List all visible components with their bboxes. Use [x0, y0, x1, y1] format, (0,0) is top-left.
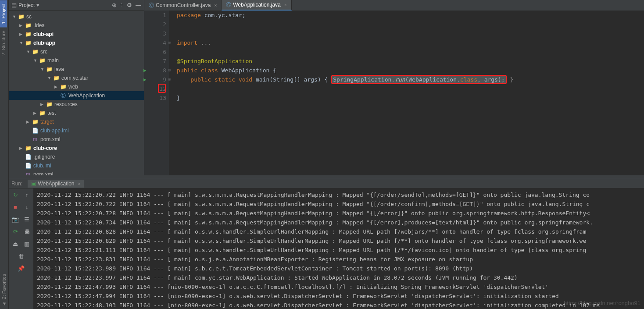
gutter-line[interactable]: 9▶⊞: [144, 75, 166, 84]
folder-icon: 📁: [25, 22, 32, 28]
editor-code[interactable]: package com.yc.star;import ...@SpringBoo…: [169, 11, 644, 175]
console-line: 2020-11-12 15:22:20.728 INFO 1164 --- [ …: [37, 209, 640, 218]
tree-item-label: club-core: [33, 145, 57, 151]
tree-item-label: resources: [54, 101, 78, 107]
tree-arrow[interactable]: ▼: [26, 50, 32, 54]
tree-arrow[interactable]: ▶: [54, 85, 60, 89]
code-line[interactable]: [177, 20, 644, 29]
code-line[interactable]: public class WebApplication {: [177, 66, 644, 75]
tree-arrow[interactable]: ▶: [40, 102, 46, 107]
tree-row[interactable]: ⒸWebApplication: [9, 91, 144, 100]
tree-row[interactable]: ▼📁sc: [9, 12, 144, 21]
tree-row[interactable]: ▶📁target: [9, 117, 144, 126]
run-line-icon[interactable]: ▶: [143, 66, 147, 75]
project-tree[interactable]: ▼📁sc▶📁.idea▶📁club-api▼📁club-app▼📁src▼📁ma…: [9, 11, 144, 175]
tree-row[interactable]: 📄.gitignore: [9, 153, 144, 161]
target-icon[interactable]: ⊕: [112, 2, 117, 8]
gear-icon[interactable]: ⚙: [127, 2, 132, 8]
editor-gutter[interactable]: 1234⊞678▶⊟9▶⊞1213: [144, 11, 169, 175]
tree-row[interactable]: 📄club-app.iml: [9, 126, 144, 135]
tree-row[interactable]: mpom.xml: [9, 135, 144, 144]
gutter-line[interactable]: 8▶⊟: [144, 66, 166, 75]
tree-arrow[interactable]: ▼: [19, 41, 25, 45]
tree-arrow[interactable]: ▼: [40, 67, 46, 71]
tree-row[interactable]: ▶📁resources: [9, 100, 144, 109]
tree-item-label: .idea: [33, 22, 45, 28]
gutter-line[interactable]: 3: [144, 29, 166, 38]
run-console[interactable]: 2020-11-12 15:22:20.722 INFO 1164 --- [ …: [33, 188, 644, 309]
trash-icon[interactable]: 🗑: [17, 252, 25, 260]
hide-icon[interactable]: —: [136, 2, 141, 8]
gutter-line[interactable]: 4⊞: [144, 38, 166, 47]
tree-row[interactable]: mpom.xml: [9, 170, 144, 175]
code-line[interactable]: [177, 84, 644, 93]
folder-icon: 📁: [32, 49, 39, 55]
up-button[interactable]: ↑: [22, 190, 31, 199]
project-header-title[interactable]: ▤ Project ▾: [11, 2, 112, 8]
editor-tab[interactable]: ⒸCommonController.java×: [144, 0, 222, 11]
tree-item-label: club-app.iml: [40, 128, 69, 134]
code-line[interactable]: @SpringBootApplication: [177, 57, 644, 66]
wrap-icon[interactable]: ☰: [22, 215, 31, 224]
gutter-line[interactable]: 7: [144, 57, 166, 66]
tree-row[interactable]: ▶📁web: [9, 82, 144, 91]
gutter-line[interactable]: 6: [144, 47, 166, 57]
refresh-button[interactable]: ⟳: [11, 227, 20, 236]
tree-row[interactable]: ▶📁club-core: [9, 144, 144, 153]
collapse-icon[interactable]: ÷: [120, 2, 123, 8]
tree-row[interactable]: ▼📁main: [9, 56, 144, 65]
gutter-line[interactable]: 2: [144, 20, 166, 29]
rerun-button[interactable]: ↻: [11, 190, 20, 199]
folder-icon: 📁: [39, 110, 46, 116]
code-line[interactable]: public static void main(String[] args) {…: [177, 75, 644, 84]
tree-arrow[interactable]: ▶: [19, 23, 25, 28]
gutter-line[interactable]: 13: [144, 93, 166, 103]
tree-row[interactable]: ▶📁test: [9, 109, 144, 117]
code-line[interactable]: package com.yc.star;: [177, 11, 644, 20]
run-label: Run:: [11, 181, 22, 187]
code-line[interactable]: [177, 47, 644, 57]
tree-arrow[interactable]: ▶: [26, 120, 32, 124]
exit-button[interactable]: ⏏: [11, 239, 20, 248]
stop-button[interactable]: ■: [11, 202, 20, 211]
pin-icon[interactable]: 📌: [17, 264, 25, 273]
camera-icon[interactable]: 📷: [11, 215, 20, 224]
layout-icon[interactable]: ▥: [22, 239, 31, 248]
project-side-tab[interactable]: 1: Project: [0, 0, 7, 27]
code-line[interactable]: }: [177, 93, 644, 103]
close-icon[interactable]: ×: [214, 3, 217, 8]
favorites-side-tab[interactable]: ★ 2: Favorites: [0, 271, 7, 309]
code-editor[interactable]: 1234⊞678▶⊟9▶⊞1213 package com.yc.star;im…: [144, 11, 644, 175]
tree-arrow[interactable]: ▶: [33, 111, 39, 115]
tree-arrow[interactable]: ▼: [33, 58, 39, 63]
tree-arrow[interactable]: ▶: [19, 32, 25, 36]
tree-arrow[interactable]: ▼: [12, 14, 18, 19]
tree-item-label: WebApplication: [68, 92, 105, 99]
tree-row[interactable]: 📄club.iml: [9, 161, 144, 170]
editor-tab[interactable]: ⒸWebApplication.java×: [222, 0, 291, 11]
run-line-icon[interactable]: ▶: [143, 75, 147, 84]
run-config-tab[interactable]: ▣ WebApplication ×: [28, 180, 84, 188]
tree-arrow[interactable]: ▼: [47, 76, 53, 80]
gutter-line[interactable]: 1: [144, 11, 166, 20]
tree-row[interactable]: ▼📁club-app: [9, 39, 144, 47]
tree-row[interactable]: ▶📁club-api: [9, 30, 144, 39]
console-line: 2020-11-12 15:22:20.829 INFO 1164 --- [ …: [37, 236, 640, 245]
structure-side-tab[interactable]: 2: Structure: [0, 27, 7, 59]
run-config-icon: ▣: [31, 181, 36, 187]
watermark: https://blog.csdn.net/rongbo91: [564, 300, 640, 306]
tree-row[interactable]: ▶📁.idea: [9, 21, 144, 30]
console-line: 2020-11-12 15:22:47.993 INFO 1164 --- [n…: [37, 282, 640, 291]
close-icon[interactable]: ×: [284, 3, 287, 7]
tree-arrow[interactable]: ▶: [19, 146, 25, 150]
close-icon[interactable]: ×: [78, 181, 81, 186]
folder-icon: 📁: [60, 84, 67, 90]
tree-row[interactable]: ▼📁java: [9, 65, 144, 74]
tree-item-label: pom.xml: [40, 136, 60, 142]
print-icon[interactable]: 🖶: [22, 227, 31, 236]
tree-row[interactable]: ▼📁com.yc.star: [9, 74, 144, 82]
code-line[interactable]: import ...: [177, 38, 644, 47]
tree-row[interactable]: ▼📁src: [9, 47, 144, 56]
down-button[interactable]: ↓: [22, 202, 31, 211]
code-line[interactable]: [177, 29, 644, 38]
